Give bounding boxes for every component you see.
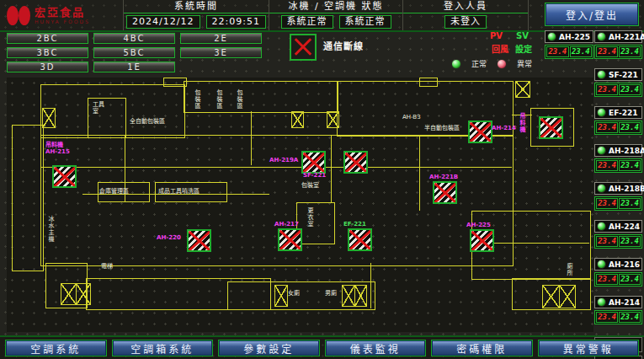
login-user-value: 未登入 — [444, 15, 487, 29]
comm-loss-legend: 通信斷線 — [290, 34, 364, 61]
room-label: 包裝區 — [216, 89, 222, 110]
unit-ah-218b[interactable]: AH-218B23.423.4 — [594, 182, 642, 211]
comm-loss-label: 通信斷線 — [323, 39, 364, 52]
unit-label: AH-224 — [609, 222, 640, 231]
room-label: 冰水主機 — [47, 216, 54, 243]
unit-ah-225[interactable]: AH-22523.423.4 — [545, 30, 593, 59]
unit-pv-value: 23.4 — [596, 236, 618, 247]
unit-sv-value: 23.4 — [619, 274, 641, 285]
floor-button-3bc[interactable]: 3BC — [7, 47, 88, 58]
ahu-offline-icon[interactable] — [343, 151, 368, 174]
room-label: 倉庫管理區 — [99, 188, 129, 195]
login-user-title: 登入人員 — [403, 0, 528, 13]
floor-button-3e[interactable]: 3E — [180, 47, 262, 58]
unit-ah-214[interactable]: AH-21423.423.4 — [594, 296, 642, 324]
unit-values: 23.423.4 — [594, 121, 642, 135]
unit-column-left: AH-22523.423.4 — [545, 30, 593, 68]
unit-ah-218a[interactable]: AH-218A23.423.4 — [594, 144, 642, 173]
unit-status-led — [597, 222, 606, 231]
room-label: 半自動包裝區 — [424, 125, 460, 131]
unit-name-row: AH-218A — [594, 144, 642, 157]
footer-button-5[interactable]: 密碼權限 — [431, 340, 533, 356]
ahu-label: EF-221 — [343, 221, 366, 228]
normal-led-icon — [451, 59, 461, 69]
ahu-label: AH-217 — [274, 221, 299, 228]
ahu-offline-icon[interactable] — [301, 151, 326, 174]
unit-values: 23.423.4 — [594, 272, 642, 287]
unit-label: AH-214 — [609, 298, 640, 307]
abnormal-label: 異常 — [517, 58, 532, 69]
x-cell — [327, 112, 338, 127]
floor-button-3d[interactable]: 3D — [7, 62, 88, 72]
unit-values: 23.423.4 — [594, 196, 642, 211]
ahu-offline-icon[interactable] — [187, 229, 211, 252]
footer-button-2[interactable]: 空調箱系統 — [112, 340, 214, 356]
floor-button-5bc[interactable]: 5BC — [93, 47, 175, 58]
unit-column-right: AH-221A23.423.4SF-22123.423.4EF-22123.42… — [594, 30, 642, 359]
comm-loss-icon — [290, 34, 317, 61]
room-label: 工具 室 — [93, 101, 104, 115]
map-wall — [12, 125, 44, 271]
unit-values: 23.423.4 — [594, 158, 642, 173]
login-user-section: 登入人員 未登入 — [403, 0, 529, 30]
login-logout-button[interactable]: 登入/登出 — [545, 3, 639, 26]
ahu-label: AH-219A — [269, 157, 298, 163]
unit-sv-value: 23.4 — [619, 236, 641, 247]
floor-button-2e[interactable]: 2E — [180, 33, 262, 44]
unit-sf-221[interactable]: SF-22123.423.4 — [594, 68, 642, 97]
fan-damper-icon — [42, 108, 56, 128]
ahu-offline-icon[interactable] — [52, 165, 77, 188]
ahu-offline-icon[interactable] — [539, 116, 563, 139]
pv-sv-legend: PV SV 回風 設定 正常 異常 — [451, 31, 544, 69]
unit-status-led — [597, 32, 606, 41]
unit-pv-value: 23.4 — [596, 160, 618, 171]
unit-ah-221a[interactable]: AH-221A23.423.4 — [594, 30, 642, 59]
footer-button-1[interactable]: 空調系統 — [5, 340, 107, 356]
chiller-status-value: 系統正常 — [281, 15, 333, 29]
fan-damper-icon — [327, 111, 339, 128]
ahu-offline-icon[interactable] — [278, 228, 302, 251]
floor-button-4bc[interactable]: 4BC — [93, 33, 175, 44]
bottom-menu: 空調系統空調箱系統參數設定儀表監視密碼權限異常警報 — [0, 335, 644, 359]
unit-status-led — [547, 32, 556, 41]
top-bar: 宏亞食品 HUNYA FOODS 系統時間 2024/12/12 22:09:5… — [0, 0, 644, 32]
room-label: 女廁 — [288, 290, 300, 297]
fan-damper-icon — [61, 283, 91, 305]
unit-label: AH-221A — [609, 33, 644, 41]
map-wall — [419, 135, 420, 211]
unit-ah-224[interactable]: AH-22423.423.4 — [594, 220, 642, 249]
unit-name-row: AH-214 — [594, 296, 642, 308]
sv-label: SV — [516, 31, 529, 40]
footer-button-3[interactable]: 參數設定 — [218, 340, 320, 356]
unit-status-led — [597, 260, 606, 269]
brand-logo-icon — [7, 6, 19, 25]
pv-label: PV — [490, 31, 503, 40]
unit-status-led — [597, 146, 606, 155]
ahu-offline-icon[interactable] — [433, 181, 457, 204]
unit-ah-216[interactable]: AH-21623.423.4 — [594, 258, 642, 287]
unit-sv-value: 23.4 — [619, 160, 641, 171]
floor-button-2bc[interactable]: 2BC — [7, 33, 88, 44]
brand-logo: 宏亞食品 HUNYA FOODS — [0, 0, 124, 30]
fan-damper-icon — [291, 111, 304, 128]
map-wall — [40, 167, 512, 168]
brand-name-cn: 宏亞食品 — [35, 7, 90, 18]
footer-button-6[interactable]: 異常警報 — [538, 340, 640, 356]
unit-name-row: AH-218B — [594, 182, 642, 195]
map-wall — [251, 111, 252, 165]
ahu-offline-icon[interactable] — [348, 228, 372, 251]
floor-button-1e[interactable]: 1E — [93, 62, 175, 72]
footer-button-4[interactable]: 儀表監視 — [325, 340, 427, 356]
system-time-section: 系統時間 2024/12/12 22:09:51 — [124, 0, 269, 30]
unit-sv-value: 23.4 — [619, 198, 641, 209]
unit-label: AH-225 — [559, 33, 590, 41]
unit-label: AH-216 — [609, 260, 640, 269]
x-cell — [275, 286, 287, 306]
ahu-offline-icon[interactable] — [468, 121, 492, 143]
unit-status-led — [597, 108, 606, 117]
unit-ef-221[interactable]: EF-22123.423.4 — [594, 106, 642, 135]
unit-sv-value: 23.4 — [570, 46, 593, 57]
ahu-label: AH-220 — [157, 234, 181, 241]
unit-name-row: AH-225 — [545, 30, 593, 43]
ahu-offline-icon[interactable] — [470, 229, 494, 252]
